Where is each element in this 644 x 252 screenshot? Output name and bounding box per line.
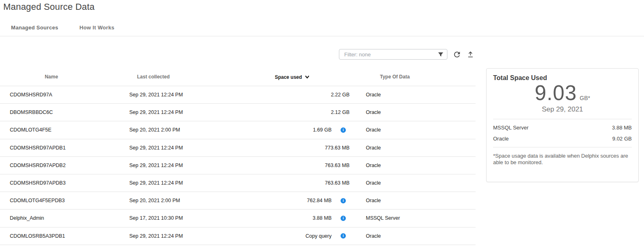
cell-space-used: 2.12 GB	[253, 104, 350, 121]
tab-bar-divider	[0, 36, 644, 36]
cell-name: CDOMSHSRD97APDB1	[10, 145, 66, 151]
cell-space-used: 762.84 MB i	[253, 192, 350, 209]
panel-divider-top	[493, 119, 632, 119]
space-used-value: 2.22 GB	[331, 92, 350, 98]
column-header-type-of-data[interactable]: Type Of Data	[380, 74, 409, 80]
column-header-name[interactable]: Name	[45, 74, 58, 80]
cell-type-of-data: Oracle	[366, 109, 381, 115]
cell-last-collected: Sep 20, 2021 2:00 PM	[129, 127, 180, 133]
cell-space-used: 773.63 MB	[253, 139, 350, 156]
managed-sources-table: Name Last collected Space used Type Of D…	[0, 70, 476, 245]
breakdown-row-mssql: MSSQL Server 3.88 MB	[493, 125, 632, 131]
copy-query-button[interactable]: Copy query	[305, 233, 332, 239]
table-row: Delphix_Admin Sep 17, 2021 10:30 PM 3.88…	[0, 210, 476, 227]
total-space-value-row: 9.03GB*	[493, 81, 632, 105]
table-row: CDOMSHSRD97APDB2 Sep 29, 2021 12:24 PM 7…	[0, 157, 476, 174]
cell-name: CDOMSHSRD97A	[10, 92, 52, 98]
filter-box[interactable]	[339, 49, 447, 60]
table-row: CDOMSHSRD97A Sep 29, 2021 12:24 PM 2.22 …	[0, 86, 476, 104]
cell-type-of-data: Oracle	[366, 127, 381, 133]
column-header-space-used[interactable]: Space used	[275, 74, 310, 80]
page-title: Managed Source Data	[3, 2, 95, 12]
cell-space-used: 763.63 MB	[253, 157, 350, 174]
cell-type-of-data: Oracle	[366, 92, 381, 98]
filter-input[interactable]	[343, 51, 438, 58]
cell-last-collected: Sep 29, 2021 12:24 PM	[129, 163, 183, 168]
total-space-used-panel: Total Space Used 9.03GB* Sep 29, 2021 MS…	[486, 68, 639, 182]
space-used-value: 762.84 MB	[307, 198, 332, 203]
table-row: CDOMLOTG4F5E Sep 20, 2021 2:00 PM 1.69 G…	[0, 121, 476, 139]
refresh-button[interactable]	[451, 49, 462, 60]
total-space-date: Sep 29, 2021	[493, 105, 632, 114]
space-used-value: 763.63 MB	[325, 180, 350, 186]
column-header-space-used-label: Space used	[275, 74, 302, 80]
total-space-value: 9.03	[535, 81, 577, 105]
table-row: CDOMLOSRB5A3PDB1 Sep 29, 2021 12:24 PM C…	[0, 227, 476, 245]
cell-name: CDOMLOTG4F5EPDB3	[10, 198, 65, 203]
cell-space-used: Copy query i	[253, 227, 350, 245]
breakdown-value: 3.88 MB	[612, 125, 632, 131]
cell-type-of-data: Oracle	[366, 233, 381, 239]
cell-last-collected: Sep 29, 2021 12:24 PM	[129, 233, 183, 239]
cell-name: CDOMSHSRD97APDB2	[10, 163, 66, 168]
cell-type-of-data: Oracle	[366, 163, 381, 168]
cell-last-collected: Sep 29, 2021 12:24 PM	[129, 109, 183, 115]
cell-last-collected: Sep 29, 2021 12:24 PM	[129, 145, 183, 151]
panel-divider-bottom	[493, 147, 632, 147]
tab-managed-sources[interactable]: Managed Sources	[11, 25, 58, 31]
table-row: CDOMLOTG4F5EPDB3 Sep 20, 2021 2:00 PM 76…	[0, 192, 476, 210]
breakdown-label: MSSQL Server	[493, 125, 529, 131]
table-row: CDOMSHSRD97APDB1 Sep 29, 2021 12:24 PM 7…	[0, 139, 476, 157]
cell-type-of-data: Oracle	[366, 198, 381, 203]
cell-last-collected: Sep 29, 2021 12:24 PM	[129, 180, 183, 186]
total-space-unit: GB*	[580, 95, 590, 101]
space-used-value: 2.12 GB	[331, 109, 350, 115]
cell-last-collected: Sep 29, 2021 12:24 PM	[129, 92, 183, 98]
upload-button[interactable]	[465, 49, 476, 60]
breakdown-value: 9.02 GB	[612, 136, 632, 142]
upload-icon	[467, 51, 474, 58]
column-header-last-collected[interactable]: Last collected	[137, 74, 170, 80]
tab-how-it-works[interactable]: How It Works	[80, 25, 115, 31]
cell-name: CDOMSHSRD97APDB3	[10, 180, 66, 186]
info-icon[interactable]: i	[341, 198, 346, 203]
space-used-value: 3.88 MB	[312, 215, 332, 221]
breakdown-label: Oracle	[493, 136, 509, 142]
refresh-icon	[453, 50, 461, 59]
cell-name: Delphix_Admin	[10, 215, 44, 221]
cell-space-used: 2.22 GB	[253, 86, 350, 103]
space-used-value: 773.63 MB	[325, 145, 350, 151]
space-used-value: 1.69 GB	[313, 127, 332, 133]
info-icon[interactable]: i	[341, 127, 346, 133]
info-icon[interactable]: i	[341, 233, 346, 239]
cell-name: CDOMLOTG4F5E	[10, 127, 51, 133]
panel-footnote: *Space usage data is available when Delp…	[493, 153, 632, 166]
sort-desc-chevron-icon	[304, 74, 310, 80]
table-header-row: Name Last collected Space used Type Of D…	[0, 70, 476, 86]
breakdown-row-oracle: Oracle 9.02 GB	[493, 136, 632, 142]
cell-space-used: 1.69 GB i	[253, 121, 350, 138]
cell-type-of-data: Oracle	[366, 180, 381, 186]
cell-last-collected: Sep 17, 2021 10:30 PM	[129, 215, 183, 221]
table-row: DBOMSRBBDC6C Sep 29, 2021 12:24 PM 2.12 …	[0, 104, 476, 121]
cell-space-used: 3.88 MB i	[253, 210, 350, 227]
cell-name: DBOMSRBBDC6C	[10, 109, 53, 115]
cell-type-of-data: MSSQL Server	[366, 215, 400, 221]
cell-name: CDOMLOSRB5A3PDB1	[10, 233, 65, 239]
space-used-value: 763.63 MB	[325, 163, 350, 168]
cell-last-collected: Sep 20, 2021 2:00 PM	[129, 198, 180, 203]
filter-funnel-icon[interactable]	[438, 51, 444, 58]
info-icon[interactable]: i	[341, 216, 346, 221]
tab-bar: Managed Sources How It Works	[11, 25, 114, 31]
cell-space-used: 763.63 MB	[253, 174, 350, 192]
table-body: CDOMSHSRD97A Sep 29, 2021 12:24 PM 2.22 …	[0, 86, 476, 245]
cell-type-of-data: Oracle	[366, 145, 381, 151]
table-row: CDOMSHSRD97APDB3 Sep 29, 2021 12:24 PM 7…	[0, 174, 476, 192]
